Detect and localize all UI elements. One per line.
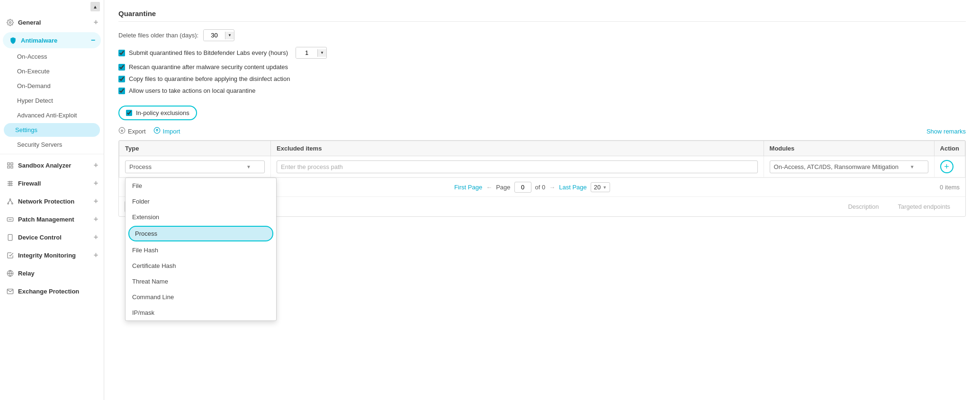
- dropdown-item-threat-name[interactable]: Threat Name: [126, 274, 276, 289]
- patch-plus-btn[interactable]: +: [94, 215, 98, 223]
- modules-dropdown-trigger[interactable]: On-Access, ATC/IDS, Ransomware Mitigatio…: [770, 160, 928, 173]
- sidebar-item-on-access[interactable]: On-Access: [0, 49, 104, 64]
- add-exclusion-button[interactable]: +: [940, 160, 953, 173]
- sidebar-item-hyper-detect[interactable]: Hyper Detect: [0, 93, 104, 108]
- last-page-link[interactable]: Last Page: [559, 184, 587, 191]
- sidebar-item-on-demand[interactable]: On-Demand: [0, 79, 104, 93]
- copy-checkbox[interactable]: [118, 76, 125, 82]
- allow-checkbox[interactable]: [118, 88, 125, 94]
- sidebar-item-firewall[interactable]: Firewall +: [0, 174, 104, 192]
- relay-icon: [6, 269, 14, 277]
- scroll-up-arrow[interactable]: ▲: [90, 2, 100, 11]
- rescan-checkbox[interactable]: [118, 64, 125, 71]
- per-page-selector[interactable]: 20 ▼: [591, 182, 610, 192]
- dropdown-item-ip-mask[interactable]: IP/mask: [126, 305, 276, 320]
- export-button[interactable]: Export: [118, 127, 146, 135]
- first-page-link[interactable]: First Page: [454, 184, 482, 191]
- delete-files-input[interactable]: 30: [204, 30, 225, 41]
- sidebar-item-patch-management[interactable]: Patch Management +: [0, 210, 104, 228]
- sidebar-item-advanced-anti-exploit[interactable]: Advanced Anti-Exploit: [0, 108, 104, 123]
- dropdown-item-certificate-hash[interactable]: Certificate Hash: [126, 258, 276, 274]
- integrity-monitoring-label: Integrity Monitoring: [18, 252, 76, 259]
- firewall-plus-btn[interactable]: +: [94, 179, 98, 187]
- submit-row: Submit quarantined files to Bitdefender …: [118, 47, 966, 59]
- dropdown-item-file[interactable]: File: [126, 178, 276, 194]
- sidebar-item-antimalware[interactable]: Antimalware −: [3, 32, 101, 48]
- general-plus-btn[interactable]: +: [94, 18, 98, 27]
- on-execute-label: On-Execute: [17, 68, 50, 75]
- import-label: Import: [163, 128, 180, 135]
- copy-label: Copy files to quarantine before applying…: [129, 75, 290, 82]
- dropdown-item-file-hash[interactable]: File Hash: [126, 242, 276, 258]
- sidebar-item-on-execute[interactable]: On-Execute: [0, 64, 104, 79]
- exclusions-table: Type Excluded items Modules Action Proce…: [119, 141, 965, 178]
- exclusions-checkbox[interactable]: [126, 110, 132, 116]
- dropdown-item-folder[interactable]: Folder: [126, 194, 276, 209]
- sidebar-item-relay[interactable]: Relay: [0, 264, 104, 282]
- in-policy-exclusions-box[interactable]: In-policy exclusions: [118, 106, 197, 120]
- advanced-anti-exploit-label: Advanced Anti-Exploit: [17, 112, 77, 119]
- device-icon: [6, 233, 14, 241]
- col-type: Type: [119, 141, 271, 156]
- left-arrow[interactable]: ←: [486, 184, 492, 191]
- svg-rect-1: [7, 162, 9, 164]
- table-row-input: Process ▼ File Folder: [119, 156, 965, 178]
- type-dropdown-arrow: ▼: [246, 164, 251, 169]
- show-remarks-link[interactable]: Show remarks: [926, 128, 966, 135]
- modules-dropdown-arrow: ▼: [910, 164, 915, 169]
- device-control-label: Device Control: [18, 234, 62, 241]
- delete-files-arrow[interactable]: ▼: [225, 32, 234, 39]
- per-page-arrow: ▼: [602, 185, 607, 190]
- page-input[interactable]: 0: [514, 182, 531, 193]
- sandbox-plus-btn[interactable]: +: [94, 161, 98, 169]
- rescan-label: Rescan quarantine after malware security…: [129, 63, 288, 71]
- sidebar-item-settings[interactable]: Settings: [4, 123, 100, 137]
- sidebar-item-device-control[interactable]: Device Control +: [0, 228, 104, 246]
- sandbox-icon: [6, 161, 14, 169]
- antimalware-minus-btn[interactable]: −: [91, 36, 95, 44]
- patch-icon: [6, 215, 14, 223]
- svg-line-9: [10, 200, 12, 203]
- svg-line-8: [8, 200, 10, 203]
- import-icon: [153, 127, 161, 135]
- sidebar-item-network-protection[interactable]: Network Protection +: [0, 192, 104, 210]
- sidebar-item-general[interactable]: General +: [0, 13, 104, 31]
- type-dropdown-menu: File Folder Extension Process: [125, 178, 277, 321]
- sidebar-item-integrity-monitoring[interactable]: Integrity Monitoring +: [0, 246, 104, 264]
- submit-hours-input[interactable]: 1: [296, 47, 317, 58]
- description-label: Description: [848, 203, 879, 210]
- import-button[interactable]: Import: [153, 127, 180, 135]
- submit-hours-arrow[interactable]: ▼: [317, 49, 326, 57]
- dropdown-item-command-line[interactable]: Command Line: [126, 289, 276, 305]
- device-plus-btn[interactable]: +: [94, 233, 98, 241]
- right-arrow[interactable]: →: [549, 184, 555, 191]
- delete-files-label: Delete files older than (days):: [118, 32, 198, 39]
- svg-point-5: [9, 198, 11, 200]
- security-servers-label: Security Servers: [17, 141, 62, 148]
- on-demand-label: On-Demand: [17, 82, 51, 89]
- export-label: Export: [128, 128, 146, 135]
- sidebar-item-security-servers[interactable]: Security Servers: [0, 137, 104, 152]
- network-plus-btn[interactable]: +: [94, 197, 98, 205]
- submit-label: Submit quarantined files to Bitdefender …: [129, 49, 288, 56]
- integrity-icon: [6, 251, 14, 259]
- type-dropdown-trigger[interactable]: Process ▼: [125, 160, 265, 173]
- excluded-items-input[interactable]: [277, 160, 758, 173]
- svg-rect-4: [10, 166, 12, 168]
- sidebar-item-antimalware-label: Antimalware: [21, 37, 57, 44]
- excluded-items-cell: [271, 156, 764, 178]
- type-cell: Process ▼ File Folder: [119, 156, 271, 178]
- integrity-plus-btn[interactable]: +: [94, 251, 98, 259]
- submit-checkbox[interactable]: [118, 50, 125, 56]
- export-icon: [118, 127, 126, 135]
- dropdown-item-extension[interactable]: Extension: [126, 209, 276, 225]
- exclusions-label: In-policy exclusions: [136, 109, 189, 116]
- page-label: Page: [496, 184, 510, 191]
- submit-hours-input-group: 1 ▼: [296, 47, 327, 59]
- sidebar-item-exchange-protection[interactable]: Exchange Protection: [0, 282, 104, 300]
- sidebar-item-sandbox-analyzer[interactable]: Sandbox Analyzer +: [0, 156, 104, 174]
- dropdown-item-process[interactable]: Process: [128, 226, 273, 241]
- col-excluded: Excluded items: [271, 141, 764, 156]
- per-page-value: 20: [594, 184, 601, 191]
- svg-point-6: [7, 203, 9, 204]
